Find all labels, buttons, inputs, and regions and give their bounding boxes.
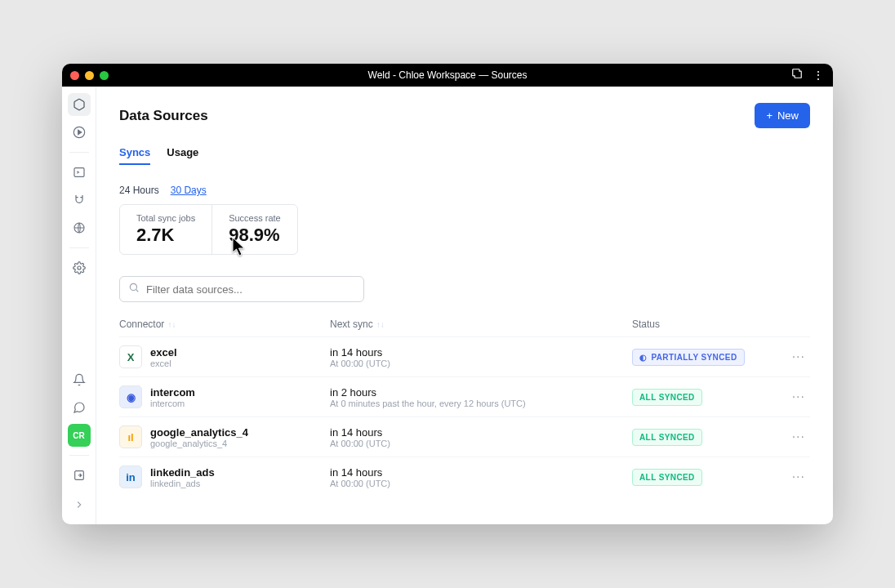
col-connector-label: Connector <box>119 318 164 330</box>
svg-line-7 <box>136 290 139 292</box>
row-actions-button[interactable]: ··· <box>771 470 810 484</box>
app-window: Weld - Chloe Workspace — Sources ⋮ <box>62 64 833 524</box>
table-row[interactable]: X excel excel in 14 hours At 00:00 (UTC)… <box>119 336 810 376</box>
page-title: Data Sources <box>119 108 208 124</box>
tab-usage[interactable]: Usage <box>167 146 198 165</box>
sidebar-collapse-button[interactable] <box>62 492 96 518</box>
next-sync-detail: At 00:00 (UTC) <box>330 479 632 488</box>
tabs: Syncs Usage <box>119 146 810 165</box>
nav-settings[interactable] <box>68 256 91 279</box>
stats-row: Total sync jobs 2.7K Success rate 98.9% <box>119 204 298 255</box>
connector-icon: X <box>119 345 142 368</box>
stat-label: Total sync jobs <box>136 213 195 223</box>
nav-magnet[interactable] <box>68 189 91 212</box>
nav-terminal[interactable] <box>68 161 91 184</box>
stat-value: 98.9% <box>229 225 281 246</box>
status-badge: ALL SYNCED <box>632 429 702 446</box>
connector-name: intercom <box>150 386 195 399</box>
col-status-label: Status <box>632 318 660 330</box>
table-row[interactable]: ıl google_analytics_4 google_analytics_4… <box>119 416 810 457</box>
stat-value: 2.7K <box>136 225 195 246</box>
next-sync-time: in 14 hours <box>330 426 632 439</box>
col-next-label: Next sync <box>330 318 373 330</box>
svg-marker-1 <box>78 130 81 134</box>
nav-data-sources[interactable] <box>68 93 91 116</box>
nav-globe[interactable] <box>68 216 91 239</box>
sort-icon: ↑↓ <box>167 320 176 329</box>
connector-sub: linkedin_ads <box>150 479 215 488</box>
avatar[interactable]: CR <box>68 424 91 447</box>
connector-sub: intercom <box>150 399 195 408</box>
nav-chat[interactable] <box>68 396 91 419</box>
nav-logout[interactable] <box>68 464 91 487</box>
nav-play[interactable] <box>68 121 91 144</box>
data-sources-table: Connector ↑↓ Next sync ↑↓ Status X excel <box>119 318 810 497</box>
connector-name: excel <box>150 346 177 359</box>
titlebar: Weld - Chloe Workspace — Sources ⋮ <box>62 64 833 87</box>
next-sync-time: in 14 hours <box>330 466 632 479</box>
svg-point-6 <box>130 283 136 290</box>
sort-icon: ↑↓ <box>376 320 385 329</box>
next-sync-time: in 2 hours <box>330 386 632 399</box>
status-badge: ALL SYNCED <box>632 469 702 486</box>
sidebar: CR <box>62 87 96 524</box>
row-actions-button[interactable]: ··· <box>771 390 810 404</box>
connector-icon: ◉ <box>119 385 142 408</box>
search-icon <box>128 282 140 296</box>
range-24h[interactable]: 24 Hours <box>119 185 159 196</box>
stat-total-syncs: Total sync jobs 2.7K <box>120 205 212 254</box>
stat-success-rate: Success rate 98.9% <box>212 205 297 254</box>
connector-icon: in <box>119 466 142 488</box>
table-row[interactable]: in linkedin_ads linkedin_ads in 14 hours… <box>119 457 810 497</box>
next-sync-detail: At 00:00 (UTC) <box>330 359 632 368</box>
row-actions-button[interactable]: ··· <box>771 430 810 444</box>
next-sync-detail: At 0 minutes past the hour, every 12 hou… <box>330 399 632 408</box>
next-sync-time: in 14 hours <box>330 346 632 359</box>
table-header: Connector ↑↓ Next sync ↑↓ Status <box>119 318 810 336</box>
range-30d[interactable]: 30 Days <box>171 185 207 196</box>
connector-name: google_analytics_4 <box>150 426 248 439</box>
next-sync-detail: At 00:00 (UTC) <box>330 439 632 448</box>
tab-syncs[interactable]: Syncs <box>119 146 150 165</box>
search-input[interactable] <box>146 283 355 296</box>
row-actions-button[interactable]: ··· <box>771 350 810 364</box>
status-badge: ◐PARTIALLY SYNCED <box>632 349 745 366</box>
plus-icon: + <box>766 109 773 122</box>
col-connector[interactable]: Connector ↑↓ <box>119 318 330 330</box>
main-content: Data Sources + New Syncs Usage 24 Hours … <box>96 87 833 524</box>
table-row[interactable]: ◉ intercom intercom in 2 hours At 0 minu… <box>119 376 810 416</box>
nav-notifications[interactable] <box>68 368 91 391</box>
new-button[interactable]: + New <box>755 103 810 128</box>
col-next-sync[interactable]: Next sync ↑↓ <box>330 318 632 330</box>
new-button-label: New <box>777 109 799 122</box>
connector-sub: google_analytics_4 <box>150 439 248 448</box>
window-title: Weld - Chloe Workspace — Sources <box>62 69 833 81</box>
status-badge: ALL SYNCED <box>632 389 702 406</box>
col-status: Status <box>632 318 771 330</box>
connector-name: linkedin_ads <box>150 466 215 479</box>
search-box[interactable] <box>119 276 364 302</box>
svg-point-4 <box>78 266 81 270</box>
connector-icon: ıl <box>119 425 142 448</box>
time-range-selector: 24 Hours 30 Days <box>119 185 810 196</box>
stat-label: Success rate <box>229 213 281 223</box>
connector-sub: excel <box>150 359 177 368</box>
